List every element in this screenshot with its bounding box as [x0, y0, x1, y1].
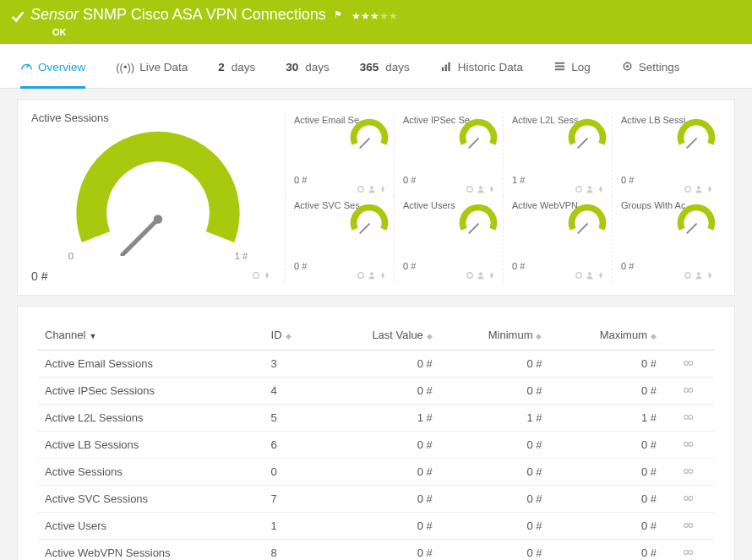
row-settings-icon[interactable]	[663, 539, 714, 560]
mini-gauge[interactable]: Active IPSec Sessions0 #	[394, 111, 503, 198]
svg-point-36	[684, 361, 689, 365]
gauge-icon	[568, 117, 607, 153]
svg-point-20	[588, 186, 591, 189]
table-row[interactable]: Active Email Sessions30 #0 #0 #	[38, 350, 714, 377]
mini-gauge-value: 0 #	[512, 261, 525, 271]
cell-id: 8	[264, 539, 319, 560]
row-settings-icon[interactable]	[663, 485, 714, 512]
tab-live[interactable]: ((•))Live Data	[116, 59, 188, 88]
user-icon[interactable]	[368, 185, 376, 193]
user-icon[interactable]	[477, 185, 485, 193]
svg-point-32	[588, 272, 591, 275]
row-settings-icon[interactable]	[663, 431, 714, 458]
mini-gauge-value: 0 #	[621, 261, 634, 271]
mini-gauge[interactable]: Active Email Sessions0 #	[285, 111, 394, 198]
mini-gauge[interactable]: Active WebVPN Sessio...0 #	[503, 197, 612, 283]
mini-gauge[interactable]: Active LB Sessions0 #	[612, 111, 721, 198]
svg-point-26	[370, 272, 373, 275]
gear-icon[interactable]	[575, 185, 583, 193]
user-icon[interactable]	[695, 271, 703, 280]
col-last[interactable]: Last Value◆	[319, 323, 439, 351]
user-icon[interactable]	[695, 185, 703, 193]
cell-max: 1 #	[548, 404, 663, 431]
gear-icon[interactable]	[357, 271, 365, 280]
pin-icon[interactable]	[379, 271, 387, 280]
tab-settings[interactable]: Settings	[621, 59, 680, 88]
table-row[interactable]: Active Users10 #0 #0 #	[38, 512, 714, 539]
cell-id: 7	[264, 485, 319, 512]
mini-gauge[interactable]: Active SVC Sessions0 #	[285, 197, 394, 283]
mini-gauge[interactable]: Active L2L Sessions1 #	[503, 111, 612, 198]
svg-point-19	[576, 187, 581, 192]
table-row[interactable]: Active IPSec Sessions40 #0 #0 #	[38, 377, 714, 404]
table-row[interactable]: Active SVC Sessions70 #0 #0 #	[38, 485, 714, 512]
col-channel[interactable]: Channel▼	[38, 323, 264, 351]
row-settings-icon[interactable]	[663, 377, 714, 404]
gear-icon[interactable]	[252, 271, 260, 280]
flag-icon[interactable]: ⚑	[334, 9, 342, 19]
gear-icon[interactable]	[684, 185, 692, 193]
tab-label: Live Data	[139, 61, 188, 73]
tab-num: 30	[286, 61, 298, 73]
gauge-icon	[459, 202, 498, 238]
row-settings-icon[interactable]	[663, 512, 714, 539]
cell-min: 1 #	[439, 404, 549, 431]
pin-icon[interactable]	[597, 271, 605, 280]
pin-icon[interactable]	[263, 271, 271, 280]
pin-icon[interactable]	[706, 271, 714, 280]
svg-point-17	[479, 186, 482, 189]
col-max[interactable]: Maximum◆	[548, 323, 663, 351]
gear-icon[interactable]	[684, 271, 692, 280]
tab-log[interactable]: Log	[553, 59, 591, 88]
tab-label: Historic Data	[458, 61, 523, 73]
channels-table: Channel▼ ID◆ Last Value◆ Minimum◆ Maximu…	[38, 323, 714, 561]
cell-last: 0 #	[319, 458, 439, 485]
table-row[interactable]: Active L2L Sessions51 #1 #1 #	[38, 404, 714, 431]
gear-icon[interactable]	[575, 271, 583, 280]
cell-id: 5	[264, 404, 319, 431]
svg-point-8	[626, 65, 629, 68]
row-settings-icon[interactable]	[663, 404, 714, 431]
gear-icon[interactable]	[466, 271, 474, 280]
tab-label: days	[385, 61, 410, 73]
table-row[interactable]: Active WebVPN Sessions80 #0 #0 #	[38, 539, 714, 560]
cell-channel: Active Sessions	[38, 458, 264, 485]
tab-historic[interactable]: Historic Data	[440, 59, 523, 88]
tab-label: Log	[571, 61, 591, 73]
gear-icon[interactable]	[357, 185, 365, 193]
cell-min: 0 #	[439, 512, 549, 539]
tab-num: 365	[360, 61, 379, 73]
priority-stars[interactable]: ★★★★★	[351, 5, 398, 25]
tab-overview[interactable]: Overview	[20, 59, 85, 89]
gauge-icon	[459, 117, 498, 153]
pin-icon[interactable]	[706, 185, 714, 193]
svg-line-9	[123, 219, 158, 254]
user-icon[interactable]	[586, 185, 594, 193]
mini-gauge[interactable]: Groups With Active Us...0 #	[612, 197, 721, 283]
user-icon[interactable]	[368, 271, 376, 280]
pin-icon[interactable]	[379, 185, 387, 193]
table-row[interactable]: Active Sessions00 #0 #0 #	[38, 458, 714, 485]
pin-icon[interactable]	[488, 185, 496, 193]
user-icon[interactable]	[477, 271, 485, 280]
gear-icon[interactable]	[466, 185, 474, 193]
pin-icon[interactable]	[597, 185, 605, 193]
cell-min: 0 #	[439, 377, 549, 404]
user-icon[interactable]	[586, 271, 594, 280]
table-row[interactable]: Active LB Sessions60 #0 #0 #	[38, 431, 714, 458]
svg-point-51	[689, 550, 693, 554]
col-min[interactable]: Minimum◆	[439, 323, 549, 351]
tab-d365[interactable]: 365days	[360, 59, 410, 88]
svg-point-46	[684, 496, 689, 500]
col-id[interactable]: ID◆	[264, 323, 319, 351]
row-settings-icon[interactable]	[663, 458, 714, 485]
cell-id: 6	[264, 431, 319, 458]
tab-d2[interactable]: 2days	[218, 59, 255, 88]
gauge-icon	[568, 202, 607, 238]
mini-gauge[interactable]: Active Users0 #	[394, 197, 503, 283]
page-title: Sensor SNMP Cisco ASA VPN Connections ⚑ …	[30, 5, 398, 25]
tab-d30[interactable]: 30days	[286, 59, 330, 88]
row-settings-icon[interactable]	[663, 350, 714, 377]
gauge-icon	[69, 129, 247, 256]
pin-icon[interactable]	[488, 271, 496, 280]
